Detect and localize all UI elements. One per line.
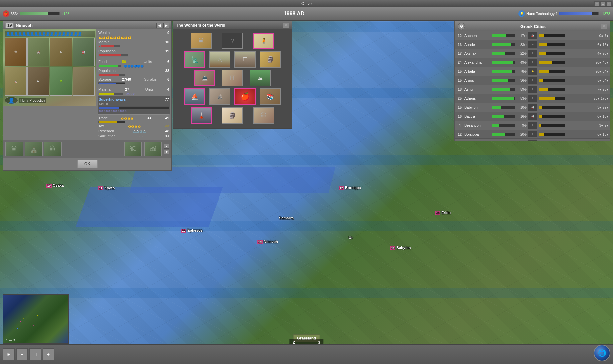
wonder-colosseum-img: 🏛 (191, 33, 211, 48)
city-list-row-athens[interactable]: 25 Athens 53⊙ ✈ 20● 170● (455, 94, 610, 103)
minimize-btn[interactable]: − (594, 1, 600, 6)
wonder-david[interactable]: 🗿 (222, 107, 243, 124)
close-btn[interactable]: × (606, 1, 612, 6)
city-list-name: Arbela (464, 69, 491, 73)
city-list-prod-bar (492, 106, 515, 109)
city-list-row-ashur[interactable]: 18 Ashur 59⊙ ✈ -7● 23● (455, 85, 610, 94)
map-city-ephesos[interactable]: 10Ephesos (181, 228, 203, 233)
pop2-value: 38 (165, 69, 169, 73)
city-list-row-alexandria[interactable]: 24 Alexandria 49⊙ ✈ 20● 46● (455, 58, 610, 67)
city-list-val2: 20● (603, 52, 608, 55)
wonder-library[interactable]: 📚 (260, 88, 281, 105)
wonder-pantheon[interactable]: ⛩ (222, 70, 243, 86)
wonder-eiffel[interactable]: 🗼 (191, 107, 212, 124)
city-bottom-icons: 👤 Hurry Production (5, 96, 95, 104)
cities-gear-icon[interactable]: ⚙ (458, 23, 465, 30)
city-list-row-aachen[interactable]: 12 Aachen 17⊙ 🏭 0● 7● (455, 31, 610, 40)
city-next-btn[interactable]: ▶ (163, 23, 169, 28)
wonder-colossus[interactable]: 🗿 (260, 51, 281, 68)
material-value: 27 (125, 87, 129, 91)
city-list-row-arbela[interactable]: 15 Arbela 78⊙ ⭐ 20● 34● (455, 67, 610, 76)
map-city-ur[interactable]: Ur (349, 236, 353, 240)
units-label: Units (144, 60, 152, 64)
city-list-row-babylon[interactable]: 15 Babylon 10⊙ 🏭 -3● 22● (455, 103, 610, 112)
wonder-liberty[interactable]: 🗽 (184, 51, 205, 68)
city-prev-btn[interactable]: ◀ (156, 23, 162, 28)
city-list-row-besancon[interactable]: 4 Besancon -9⊙ ✈ -3● 9● (455, 121, 610, 130)
city-list-build-fill (539, 133, 544, 136)
city-list-val2: 23● (603, 88, 608, 91)
wonder-pyramid2[interactable]: ⛩ (234, 51, 256, 68)
building-queue-2[interactable]: ⛪ (25, 142, 43, 156)
globe-button[interactable]: 🌐 (594, 345, 610, 361)
city-list-row-akshak[interactable]: 17 Akshak 22⊙ ✈ 4● 20● (455, 49, 610, 58)
food-amount: 3534 (11, 12, 19, 16)
production-bar (99, 106, 169, 109)
wonder-unknown[interactable]: ? (222, 33, 243, 49)
city-list-row-argos[interactable]: 15 Argos 36⊙ ✈ 5● 54● (455, 76, 610, 85)
map-city-babylon-map[interactable]: 15Babylon (390, 246, 411, 250)
city-list-row-corinth[interactable]: 24 Corinth 29⊙ ✈ 20● 51● (455, 139, 610, 141)
map-city-nineveh-map[interactable]: 19Nineveh (257, 240, 278, 244)
city-list-row-bactra[interactable]: 16 Bactra -16⊙ 🏭 0● 10● (455, 112, 610, 121)
wonder-vitruvian[interactable]: 🧍 (253, 33, 274, 49)
city-list-nums: 0● 7● (599, 34, 608, 38)
city-list-size: 12 (456, 34, 463, 38)
build-down-btn[interactable]: ▼ (164, 150, 169, 154)
hurry-label[interactable]: Hurry Production (19, 98, 46, 103)
city-panel-header: 19 Nineveh ◀ ▶ (3, 21, 171, 29)
bottom-btn-2[interactable]: − (16, 348, 28, 360)
city-list-build-bar (539, 79, 565, 82)
wonder-stone[interactable]: 🪨 (209, 88, 230, 105)
wonder-pyramid[interactable]: △ (209, 51, 230, 68)
build-up-btn[interactable]: ▲ (164, 144, 169, 149)
city-list-build-fill (539, 97, 555, 100)
city-list-row-borsippa[interactable]: 12 Borsippa 20⊙ ✈ -6● 15● (455, 130, 610, 139)
city-list-nums: 20● 34● (596, 70, 608, 73)
material-label: Material (98, 87, 111, 91)
cities-list[interactable]: 12 Aachen 17⊙ 🏭 0● 7● 16 Agade 33⊙ ✈ (455, 31, 610, 141)
city-view[interactable]: 👤👤👤👤👤👤👤👤👤👤👤👤👤👤👤👤👤👤👤 🏛 🏰 🏗 🏭 ⛪ 🏛 🌳 👤 Hurr… (3, 29, 96, 106)
wonders-close-btn[interactable]: × (283, 23, 289, 28)
minimap[interactable]: 1 — 3 (3, 294, 69, 344)
map-city-osaka[interactable]: 10Osaka (46, 183, 64, 188)
cities-panel: ⚙ Greek Cities × 12 Aachen 17⊙ 🏭 0● 7● 1… (454, 21, 610, 141)
map-city-borsippa[interactable]: 12Borsippa (339, 186, 361, 190)
city-list-val1: 5● (597, 79, 601, 82)
ok-button[interactable]: OK (77, 160, 98, 168)
building-queue-1[interactable]: 🏛 (5, 142, 23, 156)
city-list-prod-bar (492, 124, 515, 127)
map-city-eridu[interactable]: 15Eridu (435, 211, 451, 215)
city-list-name: Agade (464, 43, 491, 46)
building-queue-5[interactable]: 🏙 (144, 142, 162, 156)
map-city-kyoto[interactable]: 17Kyoto (98, 186, 115, 190)
corruption-value: 14 (165, 134, 169, 138)
city-list-val2: 15● (603, 133, 608, 136)
maximize-btn[interactable]: □ (600, 1, 606, 6)
wonder-eiffel-img: 🗼 (192, 108, 211, 123)
wonder-ship[interactable]: ⛵ (184, 88, 205, 105)
building-queue-3[interactable]: 🏛 (44, 142, 62, 156)
map-city-samarra[interactable]: Samarra (279, 216, 294, 220)
city-list-prod-fill (492, 88, 510, 91)
borsippa-badge: 12 (339, 186, 344, 190)
wonder-apple[interactable]: 🍎 (234, 88, 256, 105)
building-queue-4[interactable]: 🏗 (124, 142, 142, 156)
city-list-build-fill (539, 34, 544, 37)
scale-2: — (9, 339, 12, 342)
wonder-wall[interactable]: 🏯 (194, 70, 215, 86)
city-list-row-agade[interactable]: 16 Agade 33⊙ ✈ -6● 16● (455, 40, 610, 49)
wonder-colosseum[interactable]: 🏛 (191, 33, 212, 49)
wonder-machu[interactable]: ⛰ (250, 70, 271, 86)
wonder-temple2[interactable]: 🏛 (253, 107, 274, 124)
bottom-btn-1[interactable]: ⊞ (3, 348, 15, 360)
city-list-unit-icon: ✈ (528, 86, 537, 93)
bottom-btn-4[interactable]: + (43, 348, 54, 360)
wonder-colossus-img: 🗿 (260, 52, 280, 67)
cities-close-btn[interactable]: × (601, 24, 607, 29)
city-list-name: Akshak (464, 51, 491, 55)
research-row: Research 🔬🔬🔬🔬 48 (98, 129, 169, 133)
bottom-btn-3[interactable]: □ (29, 348, 41, 360)
babylon-badge: 15 (390, 246, 395, 250)
tax-label: Tax (98, 124, 104, 128)
